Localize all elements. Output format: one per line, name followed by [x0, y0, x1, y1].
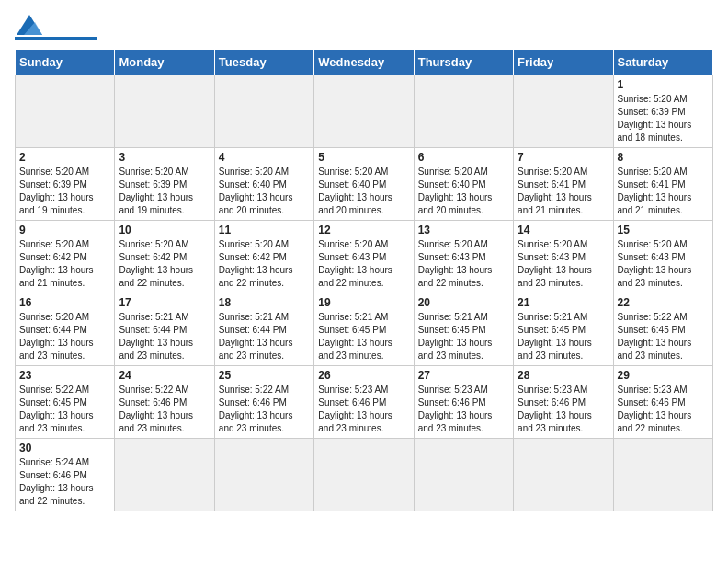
sunset-label: Sunset:: [19, 252, 51, 262]
sunrise-time: 5:21 AM: [155, 312, 189, 322]
cell-sun-info: Sunrise: 5:20 AMSunset: 6:43 PMDaylight:…: [618, 238, 709, 290]
sunrise-label: Sunrise:: [318, 312, 352, 322]
cell-sun-info: Sunrise: 5:20 AMSunset: 6:39 PMDaylight:…: [19, 166, 110, 217]
sunrise-label: Sunrise:: [418, 239, 452, 249]
calendar-week-6: 30Sunrise: 5:24 AMSunset: 6:46 PMDayligh…: [16, 439, 713, 511]
col-header-thursday: Thursday: [414, 50, 513, 75]
sunrise-time: 5:21 AM: [454, 312, 488, 322]
calendar-cell: 9Sunrise: 5:20 AMSunset: 6:42 PMDaylight…: [16, 221, 115, 293]
cell-sun-info: Sunrise: 5:21 AMSunset: 6:45 PMDaylight:…: [518, 311, 609, 362]
cell-sun-info: Sunrise: 5:20 AMSunset: 6:43 PMDaylight:…: [318, 238, 409, 290]
sunrise-label: Sunrise:: [418, 385, 452, 395]
date-number: 8: [618, 151, 709, 164]
daylight-label: Daylight:: [219, 192, 255, 202]
date-number: 21: [518, 296, 609, 309]
calendar-cell: [214, 439, 313, 511]
sunrise-time: 5:20 AM: [355, 167, 389, 177]
cell-sun-info: Sunrise: 5:23 AMSunset: 6:46 PMDaylight:…: [418, 384, 509, 435]
sunset-time: 6:41 PM: [552, 179, 586, 190]
sunset-time: 6:45 PM: [552, 325, 586, 335]
date-number: 13: [418, 224, 509, 236]
sunrise-label: Sunrise:: [318, 385, 352, 395]
daylight-label: Daylight:: [119, 192, 154, 202]
calendar-body: 1Sunrise: 5:20 AMSunset: 6:39 PMDaylight…: [16, 75, 713, 511]
sunrise-time: 5:20 AM: [55, 239, 89, 249]
sunrise-time: 5:23 AM: [554, 385, 588, 395]
calendar-cell: 26Sunrise: 5:23 AMSunset: 6:46 PMDayligh…: [314, 366, 414, 439]
sunrise-time: 5:21 AM: [355, 312, 389, 322]
sunset-label: Sunset:: [418, 179, 449, 190]
cell-sun-info: Sunrise: 5:20 AMSunset: 6:41 PMDaylight:…: [518, 166, 609, 217]
sunset-label: Sunset:: [219, 325, 250, 335]
calendar-cell: 30Sunrise: 5:24 AMSunset: 6:46 PMDayligh…: [16, 439, 115, 511]
daylight-label: Daylight:: [418, 410, 454, 420]
calendar-cell: 5Sunrise: 5:20 AMSunset: 6:40 PMDaylight…: [314, 148, 414, 221]
daylight-label: Daylight:: [119, 338, 154, 348]
date-number: 24: [119, 369, 210, 382]
calendar-cell: 7Sunrise: 5:20 AMSunset: 6:41 PMDaylight…: [514, 148, 613, 221]
daylight-label: Daylight:: [418, 338, 454, 348]
sunrise-time: 5:20 AM: [554, 167, 588, 177]
col-header-wednesday: Wednesday: [314, 50, 414, 75]
sunset-time: 6:39 PM: [53, 179, 87, 190]
cell-sun-info: Sunrise: 5:21 AMSunset: 6:45 PMDaylight:…: [318, 311, 409, 362]
sunset-label: Sunset:: [618, 107, 649, 117]
sunset-label: Sunset:: [219, 252, 250, 262]
date-number: 4: [219, 151, 310, 164]
daylight-label: Daylight:: [318, 410, 354, 420]
calendar-cell: 2Sunrise: 5:20 AMSunset: 6:39 PMDaylight…: [16, 148, 115, 221]
sunrise-time: 5:20 AM: [255, 239, 289, 249]
sunrise-label: Sunrise:: [618, 167, 652, 177]
sunset-label: Sunset:: [19, 397, 51, 408]
date-number: 12: [318, 224, 409, 236]
sunset-time: 6:40 PM: [352, 179, 386, 190]
sunrise-label: Sunrise:: [219, 312, 253, 322]
sunset-time: 6:40 PM: [451, 179, 485, 190]
sunset-time: 6:42 PM: [53, 252, 87, 262]
date-number: 22: [618, 296, 709, 309]
sunset-label: Sunset:: [19, 325, 51, 335]
daylight-label: Daylight:: [19, 410, 55, 420]
sunset-label: Sunset:: [418, 252, 449, 262]
daylight-label: Daylight:: [618, 192, 654, 202]
sunrise-label: Sunrise:: [119, 312, 153, 322]
sunset-label: Sunset:: [219, 397, 250, 408]
sunset-label: Sunset:: [518, 179, 549, 190]
calendar-cell: 3Sunrise: 5:20 AMSunset: 6:39 PMDaylight…: [115, 148, 214, 221]
sunrise-time: 5:22 AM: [255, 385, 289, 395]
calendar-cell: 18Sunrise: 5:21 AMSunset: 6:44 PMDayligh…: [214, 293, 313, 366]
sunrise-label: Sunrise:: [318, 167, 352, 177]
sunrise-label: Sunrise:: [219, 385, 253, 395]
calendar-cell: [16, 75, 115, 148]
daylight-label: Daylight:: [518, 410, 553, 420]
sunset-time: 6:39 PM: [651, 107, 685, 117]
calendar-cell: 13Sunrise: 5:20 AMSunset: 6:43 PMDayligh…: [414, 221, 513, 293]
calendar-cell: [414, 439, 513, 511]
daylight-label: Daylight:: [618, 120, 654, 130]
date-number: 26: [318, 369, 409, 382]
sunset-label: Sunset:: [618, 325, 649, 335]
col-header-friday: Friday: [514, 50, 613, 75]
cell-sun-info: Sunrise: 5:20 AMSunset: 6:40 PMDaylight:…: [418, 166, 509, 217]
calendar-cell: [314, 75, 414, 148]
daylight-label: Daylight:: [518, 338, 553, 348]
sunset-label: Sunset:: [119, 252, 150, 262]
cell-sun-info: Sunrise: 5:22 AMSunset: 6:46 PMDaylight:…: [119, 384, 210, 435]
calendar-cell: 1Sunrise: 5:20 AMSunset: 6:39 PMDaylight…: [613, 75, 712, 148]
daylight-label: Daylight:: [119, 410, 154, 420]
date-number: 30: [19, 442, 110, 454]
sunrise-time: 5:22 AM: [654, 312, 688, 322]
sunrise-label: Sunrise:: [618, 94, 652, 104]
calendar-cell: 10Sunrise: 5:20 AMSunset: 6:42 PMDayligh…: [115, 221, 214, 293]
cell-sun-info: Sunrise: 5:20 AMSunset: 6:39 PMDaylight:…: [618, 93, 709, 144]
sunrise-label: Sunrise:: [119, 239, 153, 249]
sunrise-label: Sunrise:: [219, 167, 253, 177]
sunset-time: 6:43 PM: [651, 252, 685, 262]
calendar-cell: [314, 439, 414, 511]
cell-sun-info: Sunrise: 5:22 AMSunset: 6:46 PMDaylight:…: [219, 384, 310, 435]
sunrise-label: Sunrise:: [618, 239, 652, 249]
cell-sun-info: Sunrise: 5:22 AMSunset: 6:45 PMDaylight:…: [618, 311, 709, 362]
col-header-saturday: Saturday: [613, 50, 712, 75]
sunrise-label: Sunrise:: [618, 385, 652, 395]
sunset-time: 6:44 PM: [253, 325, 287, 335]
